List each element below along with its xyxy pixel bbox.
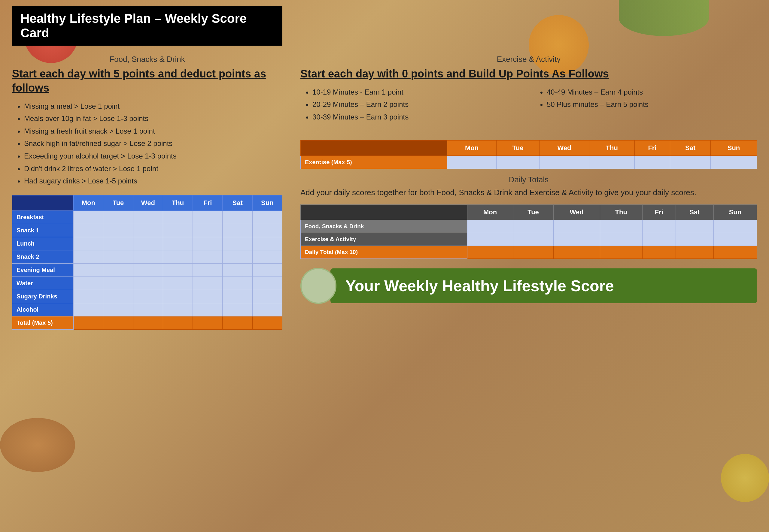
table-cell[interactable] — [133, 290, 163, 303]
table-cell-orange[interactable] — [252, 316, 282, 329]
table-cell[interactable] — [496, 156, 539, 169]
table-cell[interactable] — [589, 156, 634, 169]
table-cell[interactable] — [676, 233, 713, 246]
table-cell[interactable] — [74, 277, 103, 290]
table-cell[interactable] — [600, 233, 642, 246]
table-cell[interactable] — [74, 263, 103, 277]
table-header-sun: Sun — [252, 195, 282, 210]
table-cell[interactable] — [252, 277, 282, 290]
table-cell[interactable] — [600, 220, 642, 233]
table-cell[interactable] — [553, 233, 600, 246]
table-cell[interactable] — [74, 210, 103, 224]
table-cell[interactable] — [252, 303, 282, 316]
table-cell[interactable] — [163, 210, 192, 224]
table-cell[interactable] — [133, 277, 163, 290]
table-cell[interactable] — [540, 156, 589, 169]
table-cell[interactable] — [133, 303, 163, 316]
table-cell[interactable] — [222, 290, 252, 303]
table-cell[interactable] — [513, 220, 553, 233]
table-cell[interactable] — [222, 263, 252, 277]
table-cell-orange[interactable] — [222, 316, 252, 329]
table-header-thu: Thu — [163, 195, 192, 210]
table-cell[interactable] — [163, 290, 192, 303]
table-cell[interactable] — [252, 250, 282, 263]
table-cell[interactable] — [553, 220, 600, 233]
table-cell[interactable] — [513, 233, 553, 246]
table-row: Sugary Drinks — [12, 290, 282, 303]
table-cell[interactable] — [222, 250, 252, 263]
table-cell[interactable] — [193, 250, 222, 263]
table-cell[interactable] — [193, 303, 222, 316]
table-cell[interactable] — [103, 224, 133, 237]
table-cell[interactable] — [74, 250, 103, 263]
table-cell[interactable] — [133, 237, 163, 250]
table-cell[interactable] — [74, 290, 103, 303]
table-cell[interactable] — [133, 250, 163, 263]
table-cell-orange[interactable] — [676, 246, 713, 258]
table-cell[interactable] — [252, 237, 282, 250]
table-cell[interactable] — [713, 233, 757, 246]
table-cell[interactable] — [103, 290, 133, 303]
table-cell[interactable] — [74, 224, 103, 237]
table-cell-orange[interactable] — [193, 316, 222, 329]
table-cell[interactable] — [163, 250, 192, 263]
table-cell-orange[interactable] — [600, 246, 642, 258]
table-cell[interactable] — [74, 237, 103, 250]
table-cell-orange[interactable] — [553, 246, 600, 258]
table-cell[interactable] — [676, 220, 713, 233]
table-cell[interactable] — [467, 220, 513, 233]
table-cell[interactable] — [670, 156, 711, 169]
table-cell-orange[interactable] — [642, 246, 676, 258]
food-table: Mon Tue Wed Thu Fri Sat Sun Breakfast — [12, 195, 282, 330]
table-cell[interactable] — [193, 210, 222, 224]
table-cell[interactable] — [103, 277, 133, 290]
table-cell[interactable] — [222, 303, 252, 316]
table-cell[interactable] — [252, 263, 282, 277]
table-cell[interactable] — [133, 263, 163, 277]
table-cell[interactable] — [713, 220, 757, 233]
table-cell-orange[interactable] — [513, 246, 553, 258]
row-label-exercise-activity: Exercise & Activity — [301, 233, 468, 246]
table-cell[interactable] — [642, 220, 676, 233]
table-cell[interactable] — [642, 233, 676, 246]
row-label-exercise: Exercise (Max 5) — [301, 156, 447, 169]
table-cell[interactable] — [252, 290, 282, 303]
table-cell-orange[interactable] — [133, 316, 163, 329]
table-cell[interactable] — [103, 303, 133, 316]
table-cell[interactable] — [163, 237, 192, 250]
table-cell-orange[interactable] — [74, 316, 103, 329]
table-cell[interactable] — [222, 237, 252, 250]
table-cell[interactable] — [133, 224, 163, 237]
table-cell[interactable] — [103, 237, 133, 250]
table-cell[interactable] — [193, 290, 222, 303]
table-cell[interactable] — [193, 237, 222, 250]
table-cell[interactable] — [103, 250, 133, 263]
table-cell-orange[interactable] — [163, 316, 192, 329]
table-cell[interactable] — [193, 224, 222, 237]
table-cell[interactable] — [74, 303, 103, 316]
table-cell[interactable] — [133, 210, 163, 224]
table-cell[interactable] — [222, 277, 252, 290]
table-cell-orange[interactable] — [103, 316, 133, 329]
daily-totals-label: Daily Totals — [300, 175, 757, 184]
table-cell[interactable] — [163, 263, 192, 277]
table-cell[interactable] — [193, 277, 222, 290]
table-cell[interactable] — [163, 277, 192, 290]
table-cell[interactable] — [103, 263, 133, 277]
table-cell[interactable] — [252, 224, 282, 237]
table-cell[interactable] — [103, 210, 133, 224]
table-cell[interactable] — [163, 224, 192, 237]
table-cell[interactable] — [634, 156, 670, 169]
table-cell[interactable] — [222, 210, 252, 224]
table-cell[interactable] — [222, 224, 252, 237]
table-cell[interactable] — [710, 156, 757, 169]
table-cell-orange[interactable] — [713, 246, 757, 258]
table-cell[interactable] — [467, 233, 513, 246]
table-cell[interactable] — [163, 303, 192, 316]
table-cell[interactable] — [252, 210, 282, 224]
totals-table: Mon Tue Wed Thu Fri Sat Sun Food, Snacks… — [300, 204, 757, 259]
table-header-sat: Sat — [222, 195, 252, 210]
table-cell[interactable] — [447, 156, 497, 169]
table-cell-orange[interactable] — [467, 246, 513, 258]
table-cell[interactable] — [193, 263, 222, 277]
